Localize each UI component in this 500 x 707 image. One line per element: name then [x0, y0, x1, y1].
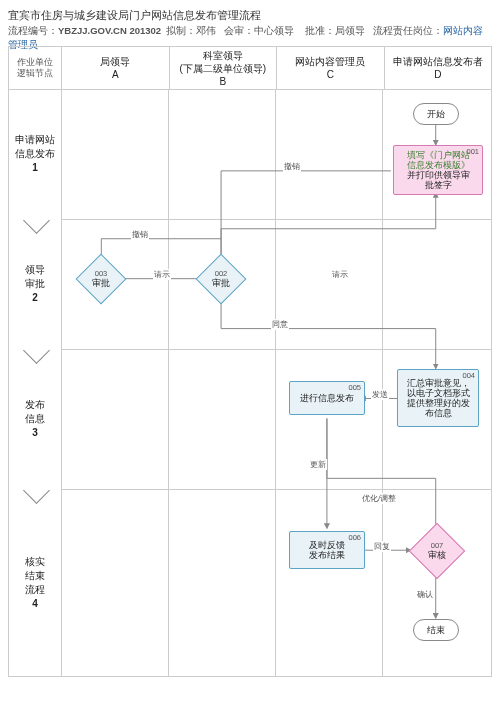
- start-node: 开始: [413, 103, 459, 125]
- doc-title: 宜宾市住房与城乡建设局门户网站信息发布管理流程: [8, 8, 492, 24]
- edge-label: 发送: [371, 389, 389, 400]
- node-004: 004 汇总审批意见，以电子文档形式提供整理好的发布信息: [397, 369, 479, 427]
- edge-label: 优化/调整: [361, 493, 397, 504]
- row-label-2: 领导审批2: [9, 219, 61, 349]
- swimlane-grid: 作业单位逻辑节点 局领导A 科室领导(下属二级单位领导)B 网站内容管理员C 申…: [8, 46, 492, 677]
- edge-label: 回复: [373, 541, 391, 552]
- lane-header-A: 局领导A: [62, 47, 170, 89]
- node-006: 006 及时反馈发布结果: [289, 531, 365, 569]
- edge-label: 撤销: [283, 161, 301, 172]
- end-node: 结束: [413, 619, 459, 641]
- node-002: 002审批: [196, 254, 247, 305]
- row-label-4: 核实结束流程4: [9, 489, 61, 677]
- edge-label: 确认: [416, 589, 434, 600]
- corner-cell: 作业单位逻辑节点: [9, 47, 62, 89]
- row-label-1: 申请网站信息发布1: [9, 89, 61, 219]
- edge-label: 撤销: [131, 229, 149, 240]
- row-label-3: 发布信息3: [9, 349, 61, 489]
- edge-label: 请示: [153, 269, 171, 280]
- row-labels: 申请网站信息发布1 领导审批2 发布信息3 核实结束流程4: [9, 89, 62, 676]
- lane-header-C: 网站内容管理员C: [277, 47, 385, 89]
- node-007: 007审核: [409, 523, 466, 580]
- node-005: 005 进行信息发布: [289, 381, 365, 415]
- page: 宜宾市住房与城乡建设局门户网站信息发布管理流程 流程编号：YBZJJ.GOV.C…: [0, 0, 500, 707]
- lane-header-D: 申请网站信息发布者D: [385, 47, 492, 89]
- lanes-area: 撤销 请示 撤销 请示 同意 发送 更新 回复 优化/调整 确认 开始 001 …: [61, 89, 491, 676]
- edge-label: 更新: [309, 459, 327, 470]
- lane-header-B: 科室领导(下属二级单位领导)B: [170, 47, 278, 89]
- swimlane-body: 申请网站信息发布1 领导审批2 发布信息3 核实结束流程4 撤销: [9, 89, 491, 676]
- node-003: 003审批: [76, 254, 127, 305]
- column-headers: 作业单位逻辑节点 局领导A 科室领导(下属二级单位领导)B 网站内容管理员C 申…: [9, 47, 491, 90]
- node-001: 001 填写《门户网站信息发布模版》 并打印供领导审批签字: [393, 145, 483, 195]
- edge-label: 同意: [271, 319, 289, 330]
- edge-label: 请示: [331, 269, 349, 280]
